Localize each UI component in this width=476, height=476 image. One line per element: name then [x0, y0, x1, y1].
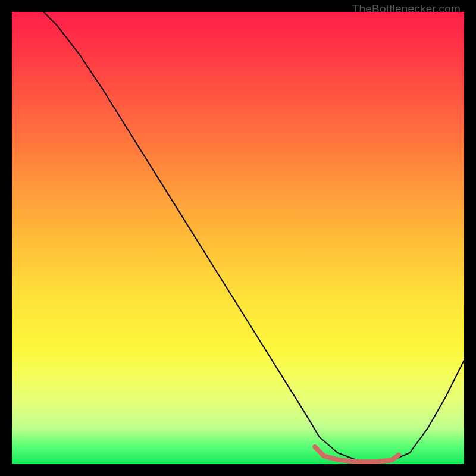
series-bottleneck-curve: [43, 12, 464, 461]
bottleneck-chart: [12, 12, 464, 464]
series-optimal-region: [315, 447, 399, 462]
chart-frame: [12, 12, 464, 464]
